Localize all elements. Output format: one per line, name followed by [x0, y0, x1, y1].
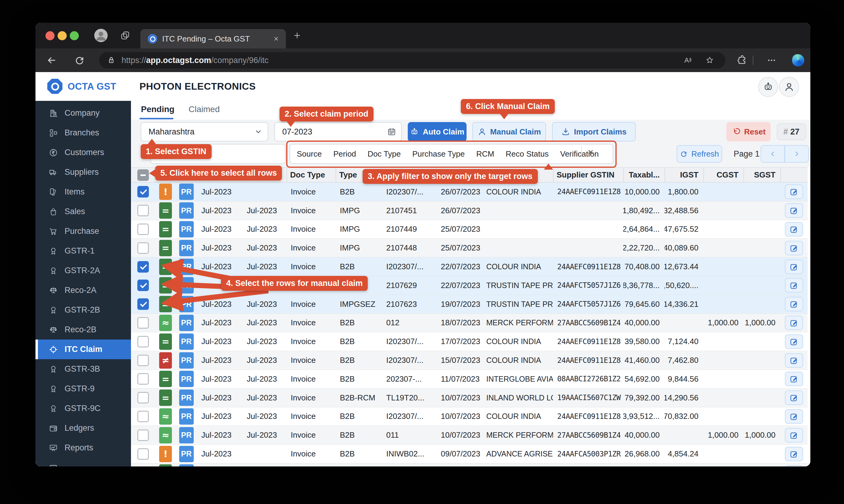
sidebar-item[interactable]: Branches	[35, 123, 131, 143]
macos-close-button[interactable]	[46, 31, 55, 40]
filter-chip[interactable]: Period	[333, 149, 356, 159]
edit-row-button[interactable]	[785, 465, 803, 466]
import-claims-button[interactable]: Import Claims	[552, 122, 636, 141]
col-doc-number[interactable]	[382, 168, 436, 182]
assistant-robot-button[interactable]	[758, 77, 778, 97]
edit-row-button[interactable]	[785, 335, 803, 349]
next-page-button[interactable]	[785, 145, 809, 163]
row-checkbox[interactable]	[137, 336, 149, 347]
calendar-icon[interactable]	[387, 127, 396, 136]
edit-row-button[interactable]	[785, 391, 803, 405]
sidebar-item[interactable]: Company	[35, 103, 131, 123]
browser-profile-avatar[interactable]	[94, 29, 108, 42]
sidebar-item[interactable]: Suppliers	[35, 162, 131, 182]
back-button[interactable]	[46, 55, 57, 66]
read-aloud-icon[interactable]	[683, 56, 691, 65]
edit-row-button[interactable]	[785, 278, 803, 293]
table-row[interactable]: ≈ PR Jul-2023 Jul-2023 Invoice B2B 011 1…	[131, 426, 808, 445]
active-filters-bar[interactable]: SourcePeriodDoc TypePurchase TypeRCMReco…	[290, 144, 613, 164]
table-row[interactable]: = PR Jul-2023 Jul-2023 Invoice IMPG 2107…	[131, 220, 808, 239]
row-checkbox[interactable]	[137, 205, 149, 216]
table-row[interactable]: = PR Jul-2023 Jul-2023 Invoice IMPG 2107…	[131, 239, 808, 257]
row-checkbox[interactable]	[137, 298, 149, 310]
edit-row-button[interactable]	[785, 259, 803, 274]
table-row[interactable]: = PR Jul-2023 Jul-2023 Invoice B2B I2023…	[131, 257, 808, 276]
table-row[interactable]: ≈ PR Jul-2023 Jul-2023 Invoice B2B I2023…	[131, 408, 808, 426]
row-checkbox[interactable]	[137, 448, 149, 460]
edit-row-button[interactable]	[785, 316, 803, 330]
table-row[interactable]: = PR Jul-2023 Jul-2023 Invoice	[131, 463, 808, 466]
new-tab-button[interactable]	[293, 31, 302, 40]
sidebar-item[interactable]: Items	[35, 182, 131, 202]
sidebar-item[interactable]: GSTR-9	[35, 379, 131, 399]
col-supplier[interactable]	[482, 168, 553, 182]
edit-row-button[interactable]	[785, 409, 803, 424]
auto-claim-button[interactable]: Auto Claim	[408, 122, 467, 141]
filter-chip[interactable]: RCM	[476, 149, 494, 159]
claim-period-input[interactable]: 07-2023	[274, 122, 402, 141]
filter-chip[interactable]: Purchase Type	[412, 149, 465, 159]
col-doc-type[interactable]: Doc Type	[287, 168, 335, 182]
col-doc-date[interactable]	[436, 168, 482, 182]
sidebar-item[interactable]: GSTR-1	[35, 241, 131, 261]
sidebar-item[interactable]: Reco-2B	[35, 320, 131, 340]
row-checkbox[interactable]	[137, 317, 149, 329]
edit-row-button[interactable]	[785, 372, 803, 386]
table-row[interactable]: = PR Jul-2023 Jul-2023 Invoice B2B I2023…	[131, 332, 808, 351]
macos-zoom-button[interactable]	[70, 31, 79, 40]
table-row[interactable]: = PR Jul-2023 Jul-2023 Invoice B2B 20230…	[131, 370, 808, 389]
copilot-icon[interactable]	[792, 54, 804, 66]
edit-row-button[interactable]	[785, 353, 803, 368]
select-all-checkbox[interactable]	[137, 169, 149, 181]
row-checkbox[interactable]	[137, 430, 149, 441]
edit-row-button[interactable]	[785, 447, 803, 461]
sidebar-item[interactable]: GSTR-2B	[35, 300, 131, 320]
row-checkbox[interactable]	[137, 261, 149, 273]
edit-row-button[interactable]	[785, 428, 803, 443]
gstin-state-select[interactable]: Maharashtra	[141, 122, 268, 141]
table-row[interactable]: = PR Jul-2023 Jul-2023 Invoice B2B-RCM T…	[131, 389, 808, 408]
sidebar-item[interactable]: Reco-2A	[35, 281, 131, 300]
filter-chip[interactable]: Source	[297, 149, 322, 159]
row-checkbox[interactable]	[137, 280, 149, 291]
edit-row-button[interactable]	[785, 184, 803, 199]
lock-icon[interactable]	[107, 56, 116, 65]
sidebar-item[interactable]: Ledgers	[35, 418, 131, 438]
edit-row-button[interactable]	[785, 222, 803, 237]
edit-row-button[interactable]	[785, 203, 803, 218]
address-bar[interactable]: https://app.octagst.com/company/96/itc	[99, 52, 725, 69]
col-igst[interactable]: IGST	[665, 168, 703, 182]
sidebar-item[interactable]: Sales	[35, 202, 131, 221]
macos-minimize-button[interactable]	[57, 31, 67, 40]
sidebar-item[interactable]: Purchase	[35, 221, 131, 241]
refresh-button[interactable]: Refresh	[677, 145, 722, 163]
row-checkbox[interactable]	[137, 411, 149, 422]
tab-close-icon[interactable]	[273, 35, 280, 42]
workspaces-icon[interactable]	[120, 30, 131, 41]
table-row[interactable]: ! PR Jul-2023 Invoice B2B INIWB02... 09/…	[131, 445, 808, 463]
col-type[interactable]: Type	[335, 168, 382, 182]
user-account-button[interactable]	[779, 77, 799, 97]
row-checkbox[interactable]	[137, 373, 149, 385]
tab-pending[interactable]: Pending	[141, 105, 174, 114]
sidebar-item[interactable]: GSTR-9C	[35, 399, 131, 418]
row-checkbox[interactable]	[137, 242, 149, 254]
table-row[interactable]: ! PR Jul-2023 Invoice B2B I202307/... 26…	[131, 183, 808, 201]
clear-filters[interactable]: ×	[581, 147, 593, 157]
extensions-puzzle-icon[interactable]	[736, 55, 747, 66]
sidebar-item[interactable]: GSTR-3B	[35, 359, 131, 379]
table-row[interactable]: ≈ PR Jul-2023 Jul-2023 Invoice B2B 012 1…	[131, 314, 808, 332]
sidebar-item[interactable]: ITC Claim	[35, 340, 131, 359]
reload-button[interactable]	[74, 55, 85, 66]
edit-row-button[interactable]	[785, 297, 803, 311]
browser-tab[interactable]: ITC Pending – Octa GST	[140, 29, 286, 49]
gstin-select[interactable]	[150, 144, 286, 164]
browser-menu-icon[interactable]	[766, 55, 777, 66]
row-checkbox[interactable]	[137, 355, 149, 366]
manual-claim-button[interactable]: Manual Claim	[472, 122, 546, 141]
clear-filters-icon[interactable]: ×	[588, 147, 593, 157]
col-cgst[interactable]: CGST	[703, 168, 743, 182]
sidebar-item[interactable]: GSTR-2A	[35, 261, 131, 281]
table-row[interactable]: = PR Jul-2023 Jul-2023 Invoice IMPGSEZ 2…	[131, 295, 808, 314]
filter-chip[interactable]: Reco Status	[506, 149, 549, 159]
